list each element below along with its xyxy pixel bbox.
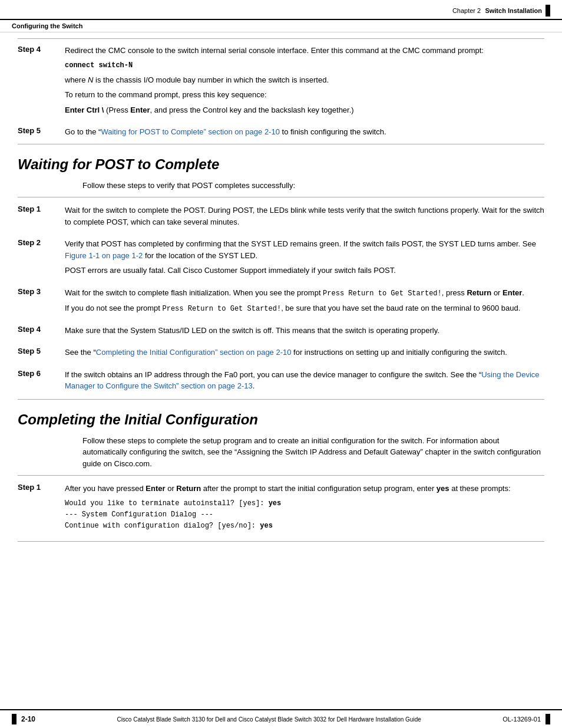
configure-step-5: Step 5 Go to the “Waiting for POST to Co… xyxy=(18,124,544,140)
post-step5-link[interactable]: Completing the Initial Configuration” se… xyxy=(96,348,292,357)
post-step2-text1: Verify that POST has completed by confir… xyxy=(65,238,544,261)
configure-step4-code: connect switch-N xyxy=(65,60,544,71)
configure-step5-link[interactable]: Waiting for POST to Complete” section on… xyxy=(101,127,280,136)
initial-config-intro: Follow these steps to complete the setup… xyxy=(82,435,544,470)
post-step-1-content: Wait for the switch to complete the POST… xyxy=(65,205,544,228)
initial-config-step-1: Step 1 After you have pressed Enter or R… xyxy=(18,480,544,536)
initial-config-step-1-content: After you have pressed Enter or Return a… xyxy=(65,483,544,534)
configure-step5-text: Go to the “Waiting for POST to Complete”… xyxy=(65,126,544,138)
post-step3-code2: Press Return to Get Started! xyxy=(163,305,282,313)
post-step-6: Step 6 If the switch obtains an IP addre… xyxy=(18,367,544,394)
post-step3-code1: Press Return to Get Started! xyxy=(323,289,442,298)
post-step5-text: See the “Completing the Initial Configur… xyxy=(65,347,544,358)
page-footer: 2-10 Cisco Catalyst Blade Switch 3130 fo… xyxy=(0,709,562,728)
post-step-6-label: Step 6 xyxy=(18,369,65,378)
post-step6-text: If the switch obtains an IP address thro… xyxy=(65,369,544,392)
initial-config-bold1: Enter xyxy=(146,484,165,493)
post-step6-link[interactable]: Using the Device Manager to Configure th… xyxy=(65,370,540,391)
post-step-3-content: Wait for the switch to complete flash in… xyxy=(65,287,544,314)
configure-step4-bold2: Enter xyxy=(130,106,150,114)
post-section-heading: Waiting for POST to Complete xyxy=(18,156,544,173)
post-step-5: Step 5 See the “Completing the Initial C… xyxy=(18,344,544,361)
post-step2-text2: POST errors are usually fatal. Call Cisc… xyxy=(65,265,544,276)
post-step-3: Step 3 Wait for the switch to complete f… xyxy=(18,285,544,317)
footer-page-number: 2-10 xyxy=(21,715,35,723)
initial-config-step-1-label: Step 1 xyxy=(18,483,65,492)
footer-center-text: Cisco Catalyst Blade Switch 3130 for Del… xyxy=(35,716,503,723)
post-steps-section: Step 1 Wait for the switch to complete t… xyxy=(18,197,544,400)
post-step-2: Step 2 Verify that POST has completed by… xyxy=(18,236,544,279)
configure-step4-text3: To return to the command prompt, press t… xyxy=(65,89,544,101)
initial-config-step1-text: After you have pressed Enter or Return a… xyxy=(65,483,544,495)
configure-step-4: Step 4 Redirect the CMC console to the s… xyxy=(18,42,544,118)
post-step-6-content: If the switch obtains an IP address thro… xyxy=(65,369,544,392)
initial-config-code-line-2: --- System Configuration Dialog --- xyxy=(65,509,544,521)
post-step3-bold2: Enter xyxy=(503,288,522,297)
configure-step4-text2: where N is the chassis I/O module bay nu… xyxy=(65,74,544,86)
post-step-5-label: Step 5 xyxy=(18,347,65,355)
initial-config-code-line-1: Would you like to terminate autoinstall?… xyxy=(65,498,544,509)
post-step-5-content: See the “Completing the Initial Configur… xyxy=(65,347,544,358)
breadcrumb: Configuring the Switch xyxy=(0,20,562,32)
post-step-4-label: Step 4 xyxy=(18,325,65,334)
configure-steps-section: Step 4 Redirect the CMC console to the s… xyxy=(18,38,544,144)
footer-left-bar xyxy=(12,714,16,724)
configure-step4-text4: Enter Ctrl \ (Press Enter, and press the… xyxy=(65,104,544,116)
configure-step-5-label: Step 5 xyxy=(18,126,65,135)
main-content: Step 4 Redirect the CMC console to the s… xyxy=(0,32,562,563)
page-header: Chapter 2 Switch Installation xyxy=(0,0,562,20)
configure-step4-text1: Redirect the CMC console to the switch i… xyxy=(65,45,544,57)
post-step3-text1: Wait for the switch to complete flash in… xyxy=(65,287,544,299)
footer-right-bar xyxy=(546,714,550,724)
post-section-intro: Follow these steps to verify that POST c… xyxy=(82,180,544,192)
initial-config-heading: Completing the Initial Configuration xyxy=(18,411,544,428)
configure-step-4-content: Redirect the CMC console to the switch i… xyxy=(65,45,544,116)
post-step-2-label: Step 2 xyxy=(18,238,65,247)
post-step-4-content: Make sure that the System Status/ID LED … xyxy=(65,325,544,337)
post-step-1: Step 1 Wait for the switch to complete t… xyxy=(18,202,544,230)
post-step-4: Step 4 Make sure that the System Status/… xyxy=(18,322,544,339)
post-step2-link[interactable]: Figure 1-1 on page 1-2 xyxy=(65,251,143,260)
initial-config-steps-section: Step 1 After you have pressed Enter or R… xyxy=(18,475,544,542)
configure-step4-n: N xyxy=(88,75,93,84)
post-step-3-label: Step 3 xyxy=(18,287,65,296)
post-step-1-label: Step 1 xyxy=(18,205,65,213)
post-step3-text2: If you do not see the prompt Press Retur… xyxy=(65,302,544,314)
configure-step4-bold1: Enter Ctrl \ xyxy=(65,106,104,114)
header-bar-icon xyxy=(546,5,550,17)
initial-config-bold2: Return xyxy=(176,484,201,493)
initial-config-code-block: Would you like to terminate autoinstall?… xyxy=(65,498,544,532)
configure-step-5-content: Go to the “Waiting for POST to Complete”… xyxy=(65,126,544,138)
chapter-label: Chapter 2 xyxy=(452,7,481,14)
post-step3-bold1: Return xyxy=(467,288,491,297)
footer-doc-number: OL-13269-01 xyxy=(503,716,541,723)
initial-config-bold3: yes xyxy=(437,484,449,493)
configure-step-4-label: Step 4 xyxy=(18,45,65,54)
initial-config-code-line-3: Continue with configuration dialog? [yes… xyxy=(65,521,544,532)
post-step-2-content: Verify that POST has completed by confir… xyxy=(65,238,544,276)
section-title-header: Switch Installation xyxy=(485,7,542,14)
